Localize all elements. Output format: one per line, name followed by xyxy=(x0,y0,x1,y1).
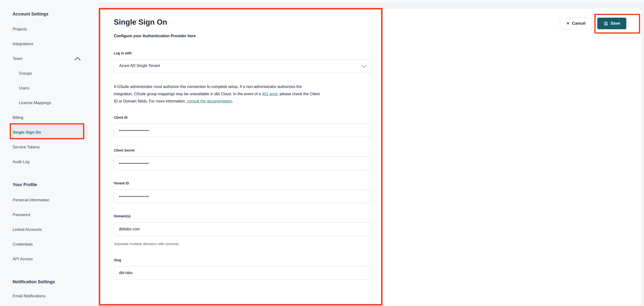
login-with-selected-value: Azure AD Single Tenant xyxy=(119,64,160,68)
sidebar-item-projects[interactable]: Projects xyxy=(12,26,27,32)
sidebar-item-groups[interactable]: Groups xyxy=(19,71,32,76)
sidebar-item-credentials[interactable]: Credentials xyxy=(12,241,33,247)
save-button[interactable]: Save xyxy=(597,18,626,29)
cancel-button[interactable]: ✕ Cancel xyxy=(560,18,592,29)
slug-input[interactable] xyxy=(114,266,372,280)
x-icon: ✕ xyxy=(566,21,570,26)
top-bar-strip xyxy=(100,0,644,2)
sidebar-item-password[interactable]: Password xyxy=(12,212,30,217)
sidebar-section-account-settings: Account Settings xyxy=(12,11,48,17)
cancel-button-label: Cancel xyxy=(572,21,586,26)
sidebar-item-license-mappings[interactable]: License Mappings xyxy=(19,100,51,105)
sidebar-item-service-tokens[interactable]: Service Tokens xyxy=(12,144,40,150)
floppy-disk-icon xyxy=(604,21,608,26)
sidebar: Account Settings Projects Integrations T… xyxy=(0,0,100,306)
sidebar-item-integrations[interactable]: Integrations xyxy=(12,41,34,46)
domains-help-text: Separate multiple domains with commas xyxy=(114,242,179,246)
page-title: Single Sign On xyxy=(114,18,167,27)
client-id-input[interactable] xyxy=(114,124,372,137)
tenant-id-label: Tenant ID xyxy=(114,181,129,185)
save-button-label: Save xyxy=(610,21,620,26)
sidebar-item-single-sign-on[interactable]: Single Sign On xyxy=(12,130,41,135)
sidebar-item-audit-log[interactable]: Audit Log xyxy=(12,159,30,164)
client-id-label: Client ID xyxy=(114,116,128,119)
sidebar-item-team[interactable]: Team xyxy=(12,56,22,61)
gsuite-note-line2-pre: integration, GSuite group mappings may b… xyxy=(114,92,262,96)
sidebar-item-billing[interactable]: Billing xyxy=(12,115,23,120)
client-secret-input[interactable] xyxy=(114,156,372,170)
client-secret-label: Client Secret xyxy=(114,149,134,152)
sidebar-section-notification-settings: Notification Settings xyxy=(12,279,55,285)
sidebar-item-email-notifications[interactable]: Email Notifications xyxy=(12,293,46,299)
gsuite-note-line3-pre: ID or Domain fields. For more informatio… xyxy=(114,99,187,103)
link-consult-documentation[interactable]: consult the documentation xyxy=(187,99,232,103)
gsuite-note: A GSuite administrator must authorize th… xyxy=(114,83,373,105)
sidebar-item-linked-accounts[interactable]: Linked Accounts xyxy=(12,227,42,232)
sidebar-item-users[interactable]: Users xyxy=(19,85,29,91)
gsuite-note-line3: ID or Domain fields. For more informatio… xyxy=(114,98,373,105)
gsuite-note-line2: integration, GSuite group mappings may b… xyxy=(114,90,373,98)
sidebar-item-api-access[interactable]: API Access xyxy=(12,256,33,262)
page-subtitle: Configure your Authentication Provider h… xyxy=(114,34,196,38)
domains-label: Domain(s) xyxy=(114,214,130,218)
sidebar-section-your-profile: Your Profile xyxy=(12,182,37,187)
link-401-error[interactable]: 401 error xyxy=(262,92,278,96)
sidebar-item-personal-information[interactable]: Personal Information xyxy=(12,197,50,203)
chevron-up-icon[interactable] xyxy=(74,56,80,61)
chevron-down-icon xyxy=(361,65,366,68)
login-with-label: Log in with xyxy=(114,51,132,55)
screen: Account Settings Projects Integrations T… xyxy=(0,0,644,306)
login-with-select[interactable]: Azure AD Single Tenant xyxy=(114,59,372,73)
tenant-id-input[interactable] xyxy=(114,189,372,203)
domains-input[interactable] xyxy=(114,222,372,236)
gsuite-note-line3-post: . xyxy=(232,99,233,103)
gsuite-note-line1: A GSuite administrator must authorize th… xyxy=(114,83,373,90)
slug-label: Slug xyxy=(114,258,121,262)
gsuite-note-line2-post: , please check the Client xyxy=(278,92,320,96)
